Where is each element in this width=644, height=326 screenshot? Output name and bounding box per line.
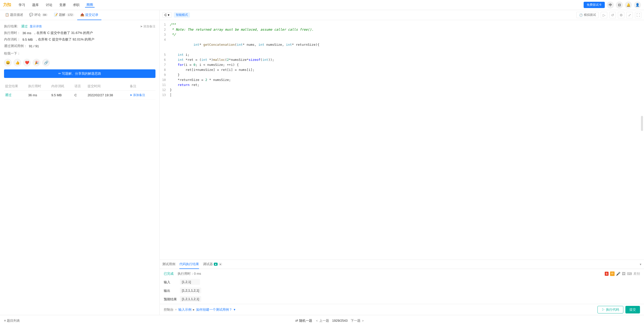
image-icon[interactable]: 🖼 [622,272,625,276]
line-code-8: ret[i+numsSize] = ret[i] = nums[i]; [169,67,644,72]
settings-icon[interactable]: ⚙ [618,12,624,18]
row-memory: 9.5 MB [50,91,73,100]
output-value: [1,2,1,1,2,1] [180,288,201,293]
line-num-12: 12 [160,87,169,92]
input-hint-link[interactable]: 输入示例 [178,307,191,312]
translate-area: S 中 🎤 🖼 ⌨ 差别 [605,271,640,276]
comments-badge: 84 [42,13,48,16]
tab-solutions[interactable]: 📝 题解 172 [51,10,77,20]
lang-icon[interactable]: 中 [607,2,614,9]
left-panel: 📋 题目描述 💬 评论 84 📝 题解 172 📤 提交记录 [0,10,160,315]
input-value: [1,2,1] [180,279,200,285]
detail-link[interactable]: 显示详情 [30,24,42,29]
tab-exec-result[interactable]: 代码执行结果 [179,260,199,269]
code-line-11: 11 return ret; [160,82,644,87]
nav-contest[interactable]: 竞赛 [58,3,67,7]
test-label: 通过测试用例： [4,44,27,48]
comments-icon: 💬 [29,13,33,17]
free-interview-btn[interactable]: 免费面试卡 [584,2,605,8]
row-note[interactable]: ➤ 添加备注 [130,93,145,97]
tab-comments-label: 评论 [34,13,41,17]
keyboard-icon[interactable]: ⌨ [627,272,632,276]
nav-discuss[interactable]: 讨论 [44,3,54,7]
test-value: 91 / 91 [29,44,39,48]
line-code-9: } [169,72,644,77]
status-label: 执行结果: [4,24,19,29]
like-btn-4[interactable]: 🎉 [33,59,40,66]
nav-circle[interactable]: 圈圈 [85,3,95,8]
run-code-btn[interactable]: ▷ 执行代码 [597,306,623,313]
fullscreen-icon[interactable]: ⛶ [635,12,641,18]
nav-jobs[interactable]: 求职 [71,3,81,7]
prev-btn[interactable]: ＜ 上一题 [315,318,329,323]
line-num-8: 8 [160,67,169,72]
expected-value: [1,2,1,1,2,1] [180,296,201,302]
solutions-badge: 172 [66,13,74,16]
line-num-13: 13 [160,92,169,98]
code-editor[interactable]: 1 /** 2 * Note: The returned array must … [160,20,644,260]
diff-label: 差别 [633,271,640,276]
expand-bottom-btn[interactable]: ▾ [640,262,641,266]
screen-icon[interactable]: ⊡ [616,2,623,9]
time-label: 执行用时： [4,31,20,35]
mem-label: 内存消耗： [4,37,20,42]
zh-icon: 中 [610,271,615,276]
col-header-lang: 语言 [73,82,87,91]
bell-icon[interactable]: 🔔 [625,2,632,9]
write-solution-btn[interactable]: ✏ 写题解、分享我的解题思路 [4,69,155,78]
user-avatar[interactable]: 👤 [634,2,641,9]
submissions-icon: 📤 [80,13,84,17]
simulate-label: 模拟面试 [584,13,596,17]
table-row: 通过 36 ms 9.5 MB C 2022/02/27 19:38 ➤ 添加备… [4,91,155,100]
tab-comments[interactable]: 💬 评论 84 [26,10,51,20]
line-code-6: int *ret = (int *)malloc(2*numsSize*size… [169,57,644,62]
bottom-footer: 控制台 ▾ 输入示例 ▸ 如何创建一个测试用例？ ▾ ▷ 执行代码 提交 [160,304,644,315]
like-row: 😄 👍 ❤️ 🎉 🔗 [4,59,155,66]
mic-icon[interactable]: 🎤 [616,272,620,276]
col-header-submitted: 提交时间 [87,82,129,91]
tab-submissions[interactable]: 📤 提交记录 [77,10,101,20]
play-icon[interactable]: ▷ [601,12,607,18]
output-label: 输出 [164,288,180,294]
right-panel: C ▾ 智能模式 🕐 模拟面试 ▷ ↺ ⚙ ⤢ ⛶ 1 [160,10,644,315]
next-btn[interactable]: 下一题 ＞ [351,318,365,323]
mem-row: 内存消耗： 9.5 MB ，在所有 C 提交中击败了 92.01% 的用户 [4,37,155,42]
line-code-2: * Note: The returned array must be mallo… [169,27,644,32]
lang-dropdown-icon: ▾ [168,13,170,17]
code-line-9: 9 } [160,72,644,77]
simulate-btn[interactable]: 🕐 模拟面试 [576,12,599,18]
line-num-10: 10 [160,77,169,82]
add-case-link[interactable]: 如何创建一个测试用例？ [196,307,232,312]
like-btn-5[interactable]: 🔗 [42,59,50,66]
tab-description-label: 题目描述 [10,13,23,17]
line-code-4: int* getConcatenation(int* nums, int num… [169,37,644,52]
nav-right-area: 免费面试卡 中 ⊡ 🔔 👤 [584,2,641,9]
submit-btn[interactable]: 提交 [625,306,640,313]
row-status[interactable]: 通过 [5,93,12,97]
like-btn-2[interactable]: 👍 [14,59,21,66]
line-code-7: for(i = 0; i < numsSize; ++i) { [169,62,644,67]
tab-test-case[interactable]: 测试用例 [162,260,175,269]
nav-learn[interactable]: 学习 [17,3,27,7]
line-code-13: │ [169,92,644,98]
code-line-13: 13 │ [160,92,644,98]
footer-divider: ▾ [175,308,177,311]
random-btn[interactable]: ⇄ 随机一题 [295,318,312,323]
problem-list-btn[interactable]: ≡ 题目列表 [4,318,20,323]
nav-problems[interactable]: 题库 [31,3,40,7]
tab-debugger[interactable]: 调试器 ● ● [203,260,222,269]
lang-selector[interactable]: C ▾ [162,12,172,18]
code-line-1: 1 /** [160,22,644,27]
dropdown-icon[interactable]: ▾ [234,308,235,311]
expand-icon[interactable]: ⤢ [626,12,633,18]
add-note-btn[interactable]: ➤ 添加备注 [140,24,155,29]
tab-description[interactable]: 📋 题目描述 [2,10,26,20]
debugger-badge-blue: ● [219,263,222,266]
like-btn-3[interactable]: ❤️ [23,59,31,66]
exec-result-label: 代码执行结果 [179,262,199,266]
like-btn-1[interactable]: 😄 [4,59,12,66]
left-content: 执行结果: 通过 显示详情 ➤ 添加备注 执行用时： 36 ms ，在所有 C … [0,20,159,315]
exec-time-display: 执行用时：0 ms [178,271,201,276]
status-value[interactable]: 通过 [21,24,28,29]
refresh-icon[interactable]: ↺ [609,12,616,18]
